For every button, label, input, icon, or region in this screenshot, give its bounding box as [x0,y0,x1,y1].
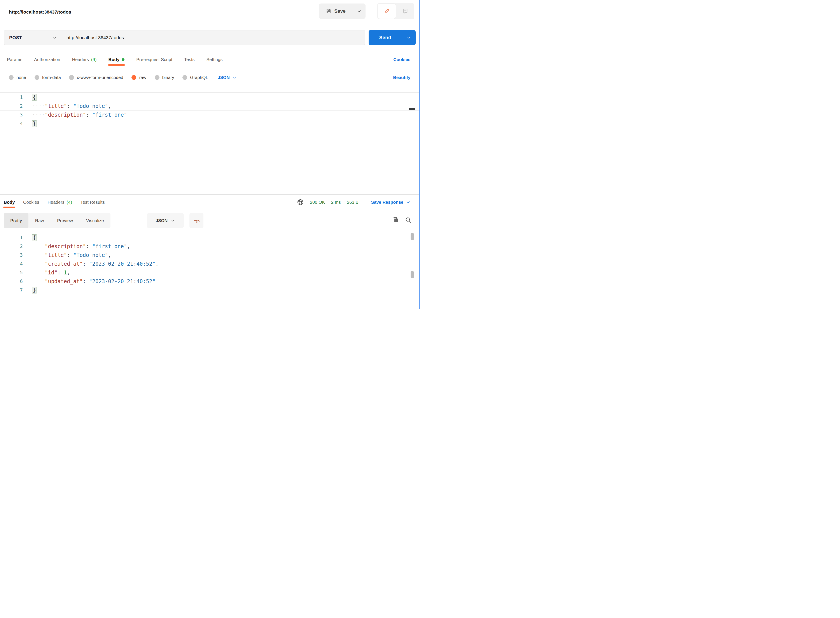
save-button-group: Save [319,3,366,19]
request-body-editor[interactable]: 1{2····"title": "Todo note",3····"descri… [0,92,419,195]
code-line-5: 5 "id": 1, [0,268,419,277]
response-tab-cookies[interactable]: Cookies [23,196,39,208]
tab-pre-request-script[interactable]: Pre-request Script [136,53,172,65]
code-text: "description": "first one", [32,242,130,251]
view-pretty[interactable]: Pretty [4,213,28,228]
response-language-select[interactable]: JSON [147,213,184,228]
comment-button[interactable] [396,3,414,19]
code-token: , [108,252,111,258]
tab-count-badge: (4) [67,200,72,205]
search-response-button[interactable] [403,215,413,225]
mode-label: x-www-form-urlencoded [77,75,123,80]
mode-label: none [16,75,26,80]
code-token: : [86,244,92,250]
tab-label: Body [108,57,120,62]
url-input[interactable]: http://localhost:38437/todos [67,35,124,40]
code-token: : [67,103,73,109]
code-line-4: 4 "created_at": "2023-02-20 21:40:52", [0,260,419,268]
response-language-label: JSON [156,218,167,223]
code-text: } [32,119,37,128]
code-text: } [32,286,37,294]
window-edge-highlight [419,0,420,309]
code-token: : [83,261,89,267]
body-mode-x-www-form-urlencoded[interactable]: x-www-form-urlencoded [69,75,123,80]
response-size[interactable]: 263 B [347,200,359,205]
body-mode-none[interactable]: none [9,75,26,80]
body-mode-form-data[interactable]: form-data [34,75,61,80]
request-tabs: ParamsAuthorizationHeaders(9)BodyPre-req… [7,53,223,65]
code-token: , [67,270,70,276]
code-token: "updated_at" [45,278,83,284]
request-topbar: http://localhost:38437/todos Save [0,0,419,24]
code-token: "first one" [92,112,127,118]
copy-response-button[interactable] [391,215,400,225]
code-line-2: 2 "description": "first one", [0,242,419,251]
code-token: "first one" [92,244,127,250]
response-time[interactable]: 2 ms [331,200,341,205]
save-response-button[interactable]: Save Response [371,200,410,205]
method-select[interactable]: POST [4,30,61,45]
code-line-1: 1{ [0,93,419,102]
raw-language-label: JSON [218,75,230,80]
code-token: } [32,120,37,127]
code-line-1: 1{ [0,233,419,242]
code-token [32,244,45,250]
send-options-dropdown[interactable] [402,30,416,45]
code-token: "2023-02-20 21:40:52" [89,278,155,284]
save-options-dropdown[interactable] [353,3,366,19]
code-token: ···· [32,112,45,118]
tab-authorization[interactable]: Authorization [34,53,60,65]
response-tab-headers[interactable]: Headers(4) [47,196,72,208]
tab-label: Headers [72,57,89,62]
body-mode-binary[interactable]: binary [155,75,174,80]
tab-params[interactable]: Params [7,53,22,65]
radio-icon [182,75,187,80]
tab-tests[interactable]: Tests [184,53,195,65]
line-number: 6 [0,277,23,286]
save-button-label: Save [334,8,345,14]
code-token: { [32,94,37,101]
line-number: 1 [0,233,23,242]
body-mode-graphql[interactable]: GraphQL [182,75,208,80]
request-url-box: POST http://localhost:38437/todos [4,30,365,45]
tab-headers[interactable]: Headers(9) [72,53,96,65]
code-token: "Todo note" [73,103,108,109]
code-line-7: 7} [0,286,419,294]
view-raw[interactable]: Raw [28,213,50,228]
wrap-text-icon [193,217,200,224]
code-token: } [32,287,37,293]
globe-icon[interactable] [297,199,304,206]
code-token: "id" [45,270,58,276]
tab-label: Settings [206,57,223,62]
send-button[interactable]: Send [369,30,402,45]
wrap-text-button[interactable] [190,213,203,228]
code-token [32,270,45,276]
chevron-down-icon [406,200,410,204]
response-tab-body[interactable]: Body [4,196,15,208]
cookies-link[interactable]: Cookies [393,53,410,65]
body-mode-raw[interactable]: raw [132,75,146,80]
pencil-icon [384,8,390,14]
beautify-link[interactable]: Beautify [393,70,410,85]
code-line-3: 3 "title": "Todo note", [0,251,419,260]
response-tab-test-results[interactable]: Test Results [80,196,105,208]
method-label: POST [9,35,22,40]
chevron-down-icon [357,9,361,13]
view-preview[interactable]: Preview [50,213,80,228]
view-visualize[interactable]: Visualize [80,213,111,228]
tab-body[interactable]: Body [108,53,125,65]
chevron-down-icon [52,36,57,40]
code-text: ····"title": "Todo note", [32,102,111,110]
tab-label: Pre-request Script [136,57,172,62]
status-badge[interactable]: 200 OK [310,200,325,205]
line-number: 5 [0,268,23,277]
edit-button[interactable] [378,4,396,19]
code-text: { [32,93,37,102]
tab-settings[interactable]: Settings [206,53,223,65]
raw-language-select[interactable]: JSON [218,75,237,80]
tab-label: Authorization [34,57,60,62]
save-button[interactable]: Save [319,3,353,19]
code-text: "id": 1, [32,268,70,277]
tab-label: Body [4,200,15,205]
tab-label: Test Results [80,200,105,205]
